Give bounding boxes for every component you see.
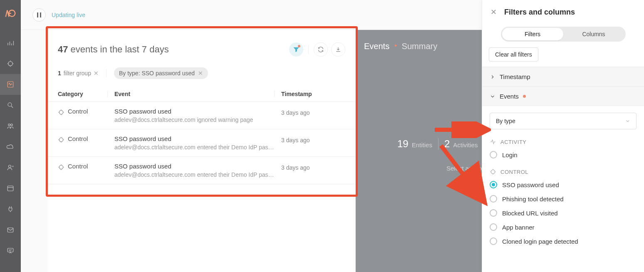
svg-rect-8: [7, 248, 13, 252]
svg-point-4: [11, 124, 13, 126]
radio[interactable]: [490, 237, 497, 245]
nav-activity[interactable]: [0, 74, 21, 95]
activities-num: 2: [444, 138, 450, 150]
table-header: Category Event Timestamp: [48, 87, 355, 102]
row-timestamp: 3 days ago: [275, 163, 345, 171]
nav-search[interactable]: [0, 95, 21, 116]
filter-option-label: Blocked URL visited: [502, 210, 558, 217]
filter-option-label: Phishing tool detected: [502, 195, 564, 203]
nav-dashboard[interactable]: [0, 32, 21, 53]
download-button[interactable]: [331, 42, 345, 57]
filter-chip-type[interactable]: By type: SSO password used ✕: [114, 67, 208, 79]
filter-option[interactable]: Blocked URL visited: [482, 206, 644, 220]
svg-rect-10: [40, 12, 41, 17]
filters-panel: ✕ Filters and columns Filters Columns Cl…: [482, 0, 644, 272]
divider: [438, 138, 438, 150]
events-count-label: events in the last 7 days: [71, 44, 169, 54]
close-button[interactable]: ✕: [490, 7, 497, 17]
summary-dot: •: [394, 42, 397, 50]
nav-users[interactable]: [0, 116, 21, 136]
events-active-dot: [523, 95, 526, 98]
filter-type-select[interactable]: By type: [490, 113, 637, 129]
row-category: Control: [58, 135, 108, 151]
summary-stats: 19 Entities 2 Activities: [397, 138, 478, 150]
row-event-title: SSO password used: [114, 135, 275, 142]
nav-mail[interactable]: [0, 220, 21, 240]
filter-count-number: 1: [58, 70, 61, 77]
column-header-category[interactable]: Category: [58, 91, 108, 97]
clear-filter-groups[interactable]: ✕: [94, 70, 99, 77]
column-header-timestamp[interactable]: Timestamp: [275, 91, 345, 97]
section-events-label: Events: [500, 93, 519, 100]
filter-option[interactable]: Cloned login page detected: [482, 234, 644, 248]
svg-rect-6: [7, 186, 13, 191]
radio[interactable]: [490, 195, 497, 203]
filter-option[interactable]: SSO password used: [482, 178, 644, 192]
svg-rect-7: [7, 228, 13, 232]
filter-button[interactable]: [289, 42, 303, 57]
row-event-desc: adelev@docs.ctrlaltsecure.com entered th…: [114, 171, 275, 178]
svg-point-2: [8, 103, 12, 106]
options-control: SSO password usedPhishing tool detectedB…: [482, 178, 644, 248]
refresh-button[interactable]: [314, 42, 328, 57]
updating-live-text: Updating live: [52, 12, 85, 18]
radio[interactable]: [490, 209, 497, 217]
nav-window[interactable]: [0, 178, 21, 199]
filter-option[interactable]: App banner: [482, 220, 644, 234]
table-row[interactable]: ControlSSO password usedadelev@docs.ctrl…: [48, 157, 355, 184]
row-timestamp: 3 days ago: [275, 135, 345, 143]
filter-option-label: Login: [502, 151, 518, 158]
tab-filters[interactable]: Filters: [502, 28, 563, 40]
filter-row: 1 filter group ✕ By type: SSO password u…: [48, 64, 355, 87]
control-icon: [58, 109, 64, 116]
events-actions: [289, 42, 345, 57]
filter-type-select-label: By type: [496, 118, 515, 124]
nav-chat[interactable]: [0, 240, 21, 261]
radio[interactable]: [490, 181, 497, 188]
row-event: SSO password usedadelev@docs.ctrlaltsecu…: [108, 108, 275, 123]
filter-chip-remove[interactable]: ✕: [198, 70, 203, 77]
table-row[interactable]: ControlSSO password usedadelev@docs.ctrl…: [48, 102, 355, 129]
row-event-desc: adelev@docs.ctrlaltsecure.com ignored wa…: [114, 116, 275, 123]
control-icon: [58, 164, 64, 171]
svg-point-11: [59, 110, 63, 114]
clear-all-filters-button[interactable]: Clear all filters: [489, 47, 538, 62]
entities-label: Entities: [412, 141, 432, 148]
table-row[interactable]: ControlSSO password usedadelev@docs.ctrl…: [48, 129, 355, 157]
chevron-down-icon: [625, 119, 630, 124]
nav-target[interactable]: [0, 53, 21, 74]
nav-plugin[interactable]: [0, 199, 21, 220]
group-control: CONTROL: [482, 166, 644, 178]
control-icon: [490, 168, 496, 175]
row-category-text: Control: [68, 163, 88, 170]
filter-option[interactable]: Phishing tool detected: [482, 192, 644, 206]
tab-columns[interactable]: Columns: [563, 28, 624, 40]
group-activity-label: ACTIVITY: [500, 139, 527, 145]
options-activity: Login: [482, 148, 644, 162]
filters-panel-header: ✕ Filters and columns: [482, 0, 644, 24]
filter-option-label: SSO password used: [502, 181, 559, 188]
section-timestamp[interactable]: Timestamp: [482, 67, 644, 87]
filter-option[interactable]: Login: [482, 148, 644, 162]
section-events[interactable]: Events: [482, 87, 644, 106]
pause-button[interactable]: [32, 8, 46, 22]
svg-point-12: [59, 138, 63, 141]
row-event-desc: adelev@docs.ctrlaltsecure.com entered th…: [114, 144, 275, 151]
row-category: Control: [58, 163, 108, 178]
row-category-text: Control: [68, 135, 88, 142]
row-category: Control: [58, 108, 108, 123]
nav-user-add[interactable]: [0, 157, 21, 178]
filter-chip-label: By type: SSO password used: [119, 70, 195, 77]
stat-entities: 19 Entities: [397, 138, 432, 150]
events-header: 47 events in the last 7 days: [48, 38, 355, 64]
nav-cloud[interactable]: [0, 136, 21, 157]
row-category-text: Control: [68, 108, 88, 115]
svg-point-0: [8, 62, 13, 66]
column-header-event[interactable]: Event: [108, 91, 275, 97]
logo[interactable]: [5, 8, 16, 20]
radio[interactable]: [490, 223, 497, 231]
filter-count-label: filter group: [64, 70, 91, 77]
radio[interactable]: [490, 151, 497, 158]
filter-option-label: Cloned login page detected: [502, 238, 578, 245]
row-event: SSO password usedadelev@docs.ctrlaltsecu…: [108, 135, 275, 151]
